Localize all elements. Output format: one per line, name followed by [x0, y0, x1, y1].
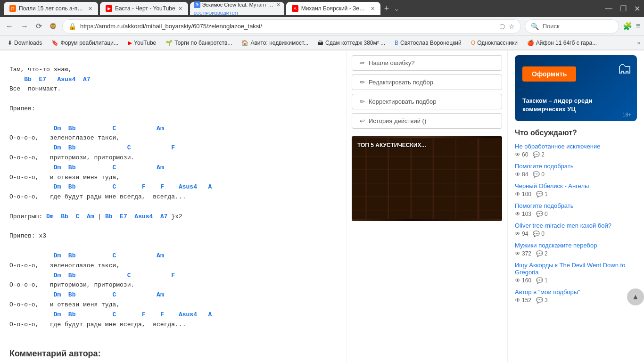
bookmark-star-icon[interactable]: ⬡ — [499, 23, 505, 30]
history-button[interactable]: ↩ История действий () — [352, 113, 502, 129]
svg-rect-1 — [365, 138, 367, 219]
close-button[interactable]: ✕ — [634, 4, 640, 13]
chord-line-chorus1-1: Dm Bb C Am — [9, 125, 164, 132]
tab-3[interactable]: Э Эскимос Crew feat. Мутант Ко... ✕ ВОСП… — [190, 2, 284, 15]
tab-favicon-1: П — [9, 5, 16, 12]
tab-overflow-button[interactable]: ⌵ — [395, 5, 398, 12]
discussion-comments-1: 💬 0 — [533, 171, 545, 178]
discussion-item-7[interactable]: Автор в "мои подборы" 👁 152 💬 3 — [515, 288, 637, 304]
tab-close-2[interactable]: ✕ — [178, 6, 182, 12]
bookmark-favicon-torgi: 🌱 — [165, 40, 173, 46]
edit-icon-2: ✏ — [360, 79, 365, 86]
edit-selection-button[interactable]: ✏ Редактировать подбор — [352, 74, 502, 90]
scroll-to-top-button[interactable]: ▲ — [627, 288, 644, 305]
song-content-column: Там, что-то знаю, Bb E7 Asus4 A7 Все пон… — [0, 50, 347, 362]
tab-title-1: Полли 15 лет соль а-пев. с 11 — [19, 5, 85, 12]
home-button[interactable]: 🦁 — [48, 21, 58, 32]
bookmark-forum[interactable]: 🔖 Форум реабилитаци... — [48, 38, 122, 48]
video-title-text: ТОП 5 АКУСТИЧЕСКИХ... — [357, 142, 426, 148]
address-bar[interactable]: 🔒 https://amdm.ru/akkordi/mihail_boyarsk… — [62, 19, 521, 33]
discussion-views-0: 👁 60 — [515, 151, 528, 158]
discussion-item-6[interactable]: Ищу Аккорды к The Devil Went Down to Gre… — [515, 262, 637, 284]
correct-selection-label: Корректировать подбор — [369, 98, 437, 105]
ad-cta-button[interactable]: Оформить — [522, 66, 576, 82]
discussion-comments-7: 💬 3 — [536, 297, 548, 304]
discussion-link-3[interactable]: Помогите подобрать — [515, 202, 637, 209]
discussion-item-2[interactable]: Черный Обелиск - Ангелы 👁 100 💬 1 — [515, 182, 637, 197]
discussion-item-1[interactable]: Помогите подобрать 👁 84 💬 0 — [515, 163, 637, 178]
bookmark-downloads[interactable]: ⬇ Downloads — [4, 38, 46, 48]
bookmark-iphone[interactable]: 🍎 Айфон 11 64гб с гара... — [523, 38, 601, 48]
bookmark-torgi[interactable]: 🌱 Торги по банкротств... — [162, 38, 236, 48]
right-sidebar: Оформить Такском – лидер среди коммерчес… — [507, 50, 644, 362]
bookmark-voronetskiy[interactable]: В Святослав Воронецкий — [391, 38, 465, 48]
discussion-link-4[interactable]: Oliver tree-miracle men какой бой? — [515, 222, 637, 229]
refresh-button[interactable]: ⟳ — [34, 20, 44, 33]
window-controls: — ❐ ✕ — [605, 4, 640, 13]
tab-4[interactable]: А Михаил Боярский - Зеногл... ✕ — [286, 2, 380, 15]
bookmarks-more-button[interactable]: » — [637, 40, 640, 46]
maximize-button[interactable]: ❐ — [620, 4, 627, 13]
tab-title-3: Эскимос Crew feat. Мутант Ко... — [202, 2, 274, 8]
discussion-item-0[interactable]: Не обработанное исключение 👁 60 💬 2 — [515, 143, 637, 158]
tab-title-2: Баста - Черт - YouTube — [115, 5, 175, 12]
bookmark-youtube[interactable]: ▶ YouTube — [124, 38, 160, 48]
edit-selection-label: Редактировать подбор — [369, 79, 433, 86]
discussion-item-5[interactable]: Мужики подскажите перебор 👁 372 💬 2 — [515, 242, 637, 257]
lyric-line-chorus1-1: О-о-о-о, зеленоглазое такси, — [9, 134, 120, 141]
tab-1[interactable]: П Полли 15 лет соль а-пев. с 11 ✕ — [4, 2, 98, 15]
forward-button[interactable]: → — [19, 20, 30, 33]
bookmark-cottage[interactable]: 🏔 Сдам коттедж 380м² ... — [314, 38, 389, 48]
discussion-link-2[interactable]: Черный Обелиск - Ангелы — [515, 182, 637, 189]
bookmark-label-torgi: Торги по банкротств... — [174, 40, 232, 46]
discussion-item-3[interactable]: Помогите подобрать 👁 103 💬 0 — [515, 202, 637, 217]
discussion-link-5[interactable]: Мужики подскажите перебор — [515, 242, 637, 249]
extensions-icon[interactable]: 🧩 — [623, 22, 632, 31]
tab-close-4[interactable]: ✕ — [371, 6, 375, 12]
correct-selection-button[interactable]: ✏ Корректировать подбор — [352, 94, 502, 109]
discussion-views-2: 👁 100 — [515, 191, 531, 197]
discussion-stats-7: 👁 152 💬 3 — [515, 297, 637, 304]
discussion-stats-4: 👁 94 💬 0 — [515, 230, 637, 237]
discussion-link-0[interactable]: Не обработанное исключение — [515, 143, 637, 150]
discussion-item-4[interactable]: Oliver tree-miracle men какой бой? 👁 94 … — [515, 222, 637, 237]
bookmark-fill-icon[interactable]: ☆ — [509, 23, 515, 30]
bookmark-favicon-youtube: ▶ — [128, 40, 132, 46]
report-error-button[interactable]: ✏ Нашли ошибку? — [352, 55, 502, 71]
discussion-link-7[interactable]: Автор в "мои подборы" — [515, 288, 637, 296]
tab-2[interactable]: ▶ Баста - Черт - YouTube ✕ — [100, 2, 188, 15]
minimize-button[interactable]: — — [605, 4, 612, 13]
bookmark-label-forum: Форум реабилитаци... — [60, 40, 118, 46]
back-button[interactable]: ← — [4, 20, 15, 33]
discussion-stats-2: 👁 100 💬 1 — [515, 191, 637, 197]
menu-icon[interactable]: ≡ — [636, 22, 640, 31]
bookmark-ok[interactable]: О Одноклассники — [467, 38, 521, 48]
report-error-label: Нашли ошибку? — [369, 59, 414, 66]
discussion-views-5: 👁 372 — [515, 250, 531, 257]
discussion-stats-5: 👁 372 💬 2 — [515, 250, 637, 257]
discussion-stats-6: 👁 160 💬 1 — [515, 277, 637, 284]
svg-rect-3 — [410, 138, 413, 219]
chord-line-1: Bb E7 Asus4 A7 — [9, 76, 91, 83]
discussions-title: Что обсуждают? — [515, 129, 637, 137]
new-tab-button[interactable]: + — [382, 4, 391, 14]
chord-line-chorus2-1: Dm Bb C Am — [9, 252, 164, 259]
discussion-comments-5: 💬 2 — [536, 250, 548, 257]
search-bar[interactable]: 🔍 Поиск — [525, 19, 619, 33]
edit-icon-1: ✏ — [360, 59, 365, 66]
chord-line-chorus1-2: Dm Bb C F — [9, 144, 175, 151]
tab-favicon-4: А — [292, 5, 298, 12]
discussion-link-6[interactable]: Ищу Аккорды к The Devil Went Down to Gre… — [515, 262, 637, 276]
bookmark-label-youtube: YouTube — [134, 40, 156, 46]
tab-close-3[interactable]: ✕ — [276, 2, 281, 8]
video-player[interactable]: ТОП 5 АКУСТИЧЕСКИХ... — [352, 136, 502, 221]
bookmark-avito[interactable]: 🏠 Авито: недвижимост... — [238, 38, 312, 48]
ad-title-text: Такском – лидер среди коммерческих УЦ — [522, 97, 629, 114]
discussion-comments-6: 💬 1 — [536, 277, 548, 284]
bookmark-favicon-voronetskiy: В — [395, 40, 398, 46]
bookmark-label-voronetskiy: Святослав Воронецкий — [400, 40, 462, 46]
discussion-link-1[interactable]: Помогите подобрать — [515, 163, 637, 170]
ad-banner[interactable]: Оформить Такском – лидер среди коммерчес… — [515, 55, 637, 121]
tab-close-1[interactable]: ✕ — [88, 6, 92, 12]
svg-rect-0 — [352, 138, 502, 219]
